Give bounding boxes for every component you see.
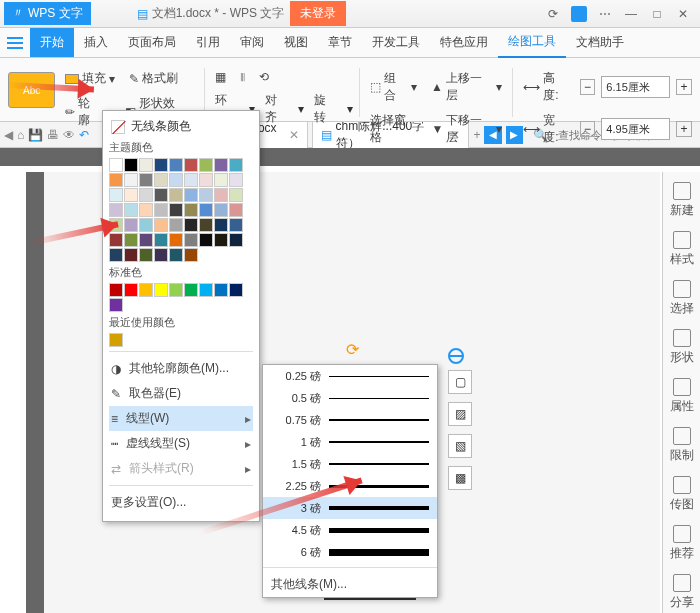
height-inc[interactable]: + [676,79,692,95]
color-swatch[interactable] [229,173,243,187]
color-swatch[interactable] [184,218,198,232]
color-swatch[interactable] [229,158,243,172]
tab-special[interactable]: 特色应用 [430,28,498,57]
home-icon[interactable]: ⌂ [17,128,24,142]
other-lines-item[interactable]: 其他线条(M)... [263,572,437,597]
hamburger-icon[interactable] [0,30,30,56]
wrap-button[interactable]: ▦ [211,68,230,86]
color-swatch[interactable] [214,188,228,202]
color-swatch[interactable] [154,283,168,297]
tab-start[interactable]: 开始 [30,28,74,57]
line-weight-1磅[interactable]: 1 磅 [263,431,437,453]
color-swatch[interactable] [109,173,123,187]
side-prop[interactable]: 属性 [670,378,694,415]
color-swatch[interactable] [199,158,213,172]
color-swatch[interactable] [169,283,183,297]
format-painter-button[interactable]: ✎格式刷 [125,68,182,89]
color-swatch[interactable] [214,173,228,187]
color-swatch[interactable] [169,248,183,262]
width-inc[interactable]: + [676,121,692,137]
color-swatch[interactable] [214,203,228,217]
tab-doc-helper[interactable]: 文档助手 [566,28,634,57]
color-swatch[interactable] [214,233,228,247]
color-swatch[interactable] [109,283,123,297]
rotate-button[interactable]: ⟲ [255,68,273,86]
color-swatch[interactable] [169,173,183,187]
line-weight-0.5磅[interactable]: 0.5 磅 [263,387,437,409]
color-swatch[interactable] [139,283,153,297]
color-swatch[interactable] [139,233,153,247]
color-swatch[interactable] [199,218,213,232]
maximize-icon[interactable]: □ [644,3,670,25]
color-swatch[interactable] [199,283,213,297]
color-swatch[interactable] [154,158,168,172]
tab-review[interactable]: 审阅 [230,28,274,57]
side-recommend[interactable]: 推荐 [670,525,694,562]
height-dec[interactable]: − [580,79,596,95]
color-swatch[interactable] [184,203,198,217]
color-swatch[interactable] [139,248,153,262]
color-swatch[interactable] [199,173,213,187]
color-swatch[interactable] [154,173,168,187]
no-line-item[interactable]: 无线条颜色 [109,115,253,138]
color-swatch[interactable] [154,218,168,232]
more-settings-item[interactable]: 更多设置(O)... [109,490,253,515]
tab-close-icon[interactable]: ✕ [289,128,299,142]
line-weight-6磅[interactable]: 6 磅 [263,541,437,563]
line-weight-1.5磅[interactable]: 1.5 磅 [263,453,437,475]
line-weight-0.75磅[interactable]: 0.75 磅 [263,409,437,431]
more-colors-item[interactable]: ◑其他轮廓颜色(M)... [109,356,253,381]
color-swatch[interactable] [109,188,123,202]
width-dec[interactable]: − [580,121,596,137]
color-swatch[interactable] [184,233,198,247]
color-swatch[interactable] [154,248,168,262]
color-swatch[interactable] [184,188,198,202]
height-input[interactable]: 6.15厘米 [601,76,670,98]
float-btn-3[interactable]: ▧ [448,434,472,458]
color-swatch[interactable] [184,158,198,172]
color-swatch[interactable] [124,173,138,187]
save-icon[interactable]: 💾 [28,128,43,142]
tab-draw-tools[interactable]: 绘图工具 [498,27,566,58]
tab-scroll-left-icon[interactable]: ◀ [4,128,13,142]
color-swatch[interactable] [109,333,123,347]
dash-type-item[interactable]: ┉虚线线型(S)▸ [109,431,253,456]
color-swatch[interactable] [139,203,153,217]
side-shape[interactable]: 形状 [670,329,694,366]
color-swatch[interactable] [124,188,138,202]
color-swatch[interactable] [169,188,183,202]
color-swatch[interactable] [169,233,183,247]
color-swatch[interactable] [199,188,213,202]
color-swatch[interactable] [154,203,168,217]
print-icon[interactable]: 🖶 [47,128,59,142]
line-weight-4.5磅[interactable]: 4.5 磅 [263,519,437,541]
float-btn-2[interactable]: ▨ [448,402,472,426]
color-swatch[interactable] [124,158,138,172]
color-swatch[interactable] [184,283,198,297]
width-input[interactable]: 4.95厘米 [601,118,670,140]
menu-icon[interactable]: ⋯ [592,3,618,25]
tab-insert[interactable]: 插入 [74,28,118,57]
color-swatch[interactable] [199,233,213,247]
color-swatch[interactable] [139,158,153,172]
color-swatch[interactable] [184,173,198,187]
eyedropper-item[interactable]: ✎取色器(E) [109,381,253,406]
send-back-button[interactable]: ▼下移一层 ▾ [427,110,506,148]
color-swatch[interactable] [109,298,123,312]
app-icon[interactable] [566,3,592,25]
color-swatch[interactable] [169,203,183,217]
color-swatch[interactable] [124,233,138,247]
minimize-icon[interactable]: — [618,3,644,25]
tab-dev[interactable]: 开发工具 [362,28,430,57]
tab-view[interactable]: 视图 [274,28,318,57]
layout-options-icon[interactable] [448,348,464,364]
color-swatch[interactable] [214,158,228,172]
color-swatch[interactable] [169,158,183,172]
float-btn-1[interactable]: ▢ [448,370,472,394]
tab-layout[interactable]: 页面布局 [118,28,186,57]
side-limit[interactable]: 限制 [670,427,694,464]
color-swatch[interactable] [229,218,243,232]
color-swatch[interactable] [154,188,168,202]
color-swatch[interactable] [154,233,168,247]
tab-ref[interactable]: 引用 [186,28,230,57]
